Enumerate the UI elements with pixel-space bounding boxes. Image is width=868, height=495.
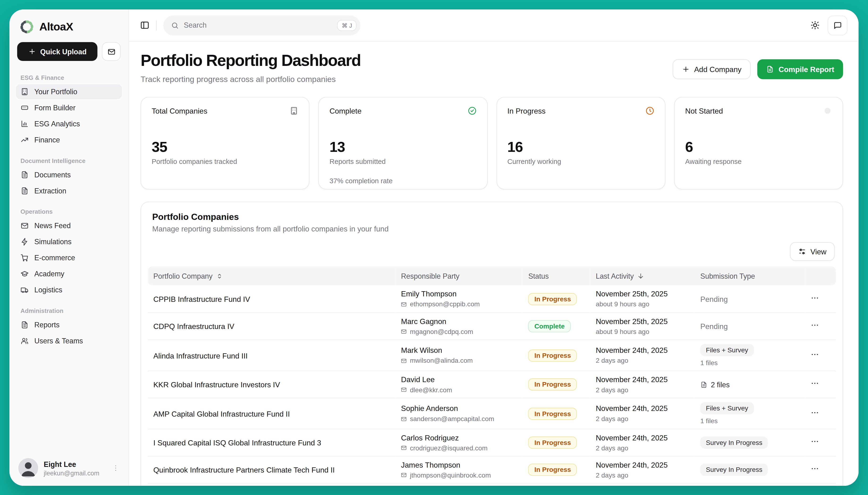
user-name: Eight Lee	[44, 460, 99, 468]
chat-bubble-icon	[833, 21, 842, 30]
activity-date: November 24th, 2025	[596, 375, 689, 383]
row-actions-icon[interactable]	[811, 464, 819, 473]
user-profile[interactable]: Eight Lee jleekun@gmail.com	[16, 455, 122, 479]
app-title: AltoaX	[39, 20, 73, 33]
users-icon	[20, 337, 29, 345]
progress-caption: 37% completion rate	[330, 177, 476, 185]
sidebar-item-your-portfolio[interactable]: Your Portfolio	[16, 84, 122, 99]
stat-card-not-started: Not Started 6 Awaiting response	[674, 97, 843, 189]
activity-relative: 2 days ago	[596, 444, 689, 452]
stat-value: 6	[685, 138, 832, 156]
search-input[interactable]	[184, 21, 332, 29]
party-email: mgagnon@cdpq.com	[410, 327, 473, 335]
sidebar-item-news-feed[interactable]: News Feed	[16, 218, 122, 233]
zap-icon	[20, 238, 29, 246]
row-actions-icon[interactable]	[811, 293, 819, 302]
column-header-submission-type: Submission Type	[695, 267, 805, 285]
stat-caption: Portfolio companies tracked	[152, 158, 299, 166]
company-name: CDPQ Infraestructura IV	[154, 322, 234, 331]
search-shortcut-badge: ⌘ J	[337, 20, 356, 31]
brand: AltoaX	[16, 17, 122, 42]
row-actions-icon[interactable]	[811, 379, 819, 388]
sidebar-item-label: ESG Analytics	[34, 120, 80, 128]
row-actions-icon[interactable]	[811, 321, 819, 330]
sidebar-item-documents[interactable]: Documents	[16, 167, 122, 182]
page-subtitle: Track reporting progress across all port…	[141, 75, 361, 84]
sidebar-item-users-teams[interactable]: Users & Teams	[16, 334, 122, 348]
arrow-down-icon[interactable]	[637, 272, 644, 279]
search-icon	[171, 21, 179, 29]
form-input-icon	[20, 104, 29, 112]
view-button[interactable]: View	[790, 242, 835, 261]
sidebar-item-label: News Feed	[34, 222, 71, 230]
company-name: CPPIB Infrastructure Fund IV	[154, 295, 250, 303]
chat-button[interactable]	[828, 15, 848, 35]
party-name: Mark Wilson	[401, 346, 517, 355]
sidebar-item-label: Finance	[34, 136, 60, 144]
table-row: Quinbrook Infrastructure Partners Climat…	[148, 456, 836, 483]
stat-card-total-companies: Total Companies 35 Portfolio companies t…	[141, 97, 309, 189]
activity-relative: 2 days ago	[596, 471, 689, 479]
sidebar-item-academy[interactable]: Academy	[16, 267, 122, 281]
check-circle-icon	[467, 106, 477, 115]
party-name: Sophie Anderson	[401, 404, 517, 413]
submission-type-badge: Files + Survey	[701, 344, 754, 356]
stat-caption: Reports submitted	[330, 158, 476, 166]
sidebar-toggle-icon[interactable]	[140, 20, 149, 30]
table-row: Copenhagen Infrastructure Partners VI La…	[148, 483, 836, 486]
table-row: CDPQ Infraestructura IV Marc Gagnon mgag…	[148, 312, 836, 340]
sidebar-item-simulations[interactable]: Simulations	[16, 234, 122, 249]
stat-label: Total Companies	[152, 107, 208, 115]
activity-date: November 25th, 2025	[596, 290, 689, 298]
mail-icon	[107, 48, 116, 56]
row-actions-icon[interactable]	[811, 408, 819, 417]
plus-icon	[28, 48, 36, 55]
sidebar-item-finance[interactable]: Finance	[16, 133, 122, 147]
column-header-status: Status	[523, 267, 590, 285]
sidebar-item-reports[interactable]: Reports	[16, 318, 122, 332]
add-company-button[interactable]: Add Company	[673, 59, 751, 79]
compile-report-label: Compile Report	[779, 65, 834, 73]
add-company-label: Add Company	[694, 65, 742, 73]
mail-icon	[401, 472, 407, 478]
party-name: David Lee	[401, 375, 517, 383]
activity-date: November 24th, 2025	[596, 461, 689, 469]
sidebar-item-label: Reports	[34, 321, 59, 329]
theme-sun-icon[interactable]	[811, 20, 820, 30]
file-text-icon	[766, 65, 774, 73]
sidebar-item-ecommerce[interactable]: E-commerce	[16, 250, 122, 265]
submission-file-count: 1 files	[701, 359, 800, 367]
party-name: Emily Thompson	[401, 290, 517, 298]
ellipsis-vertical-icon[interactable]	[112, 464, 120, 472]
party-email: ethompson@cppib.com	[410, 300, 480, 308]
party-email: sanderson@ampcapital.com	[410, 415, 494, 423]
stat-label: Not Started	[685, 107, 723, 115]
mail-icon	[401, 301, 407, 307]
truck-icon	[20, 286, 29, 294]
app-window: AltoaX Quick Upload ESG & Finance Your P…	[10, 10, 858, 486]
party-name: James Thompson	[401, 461, 517, 469]
altoax-logo-icon	[19, 19, 34, 34]
sort-chevrons-icon[interactable]	[216, 272, 223, 279]
stat-card-complete: Complete 13 Reports submitted 37% comple…	[318, 97, 487, 189]
submission-type-badge: Survey In Progress	[701, 437, 768, 449]
sidebar-item-logistics[interactable]: Logistics	[16, 283, 122, 297]
company-name: AMP Capital Global Infrastructure Fund I…	[154, 410, 290, 418]
mail-icon	[401, 358, 407, 364]
quick-upload-button[interactable]: Quick Upload	[17, 42, 98, 61]
status-badge: Complete	[528, 320, 571, 332]
party-name: Marc Gagnon	[401, 317, 517, 325]
inbox-mail-button[interactable]	[102, 42, 121, 61]
file-icon	[701, 381, 708, 388]
sidebar-item-form-builder[interactable]: Form Builder	[16, 100, 122, 115]
table-row: CPPIB Infrastructure Fund IV Emily Thomp…	[148, 285, 836, 312]
sidebar: AltoaX Quick Upload ESG & Finance Your P…	[10, 10, 129, 486]
row-actions-icon[interactable]	[811, 350, 819, 359]
sidebar-item-esg-analytics[interactable]: ESG Analytics	[16, 116, 122, 131]
search-bar[interactable]: ⌘ J	[163, 15, 360, 35]
compile-report-button[interactable]: Compile Report	[758, 59, 843, 79]
sidebar-item-extraction[interactable]: Extraction	[16, 183, 122, 198]
row-actions-icon[interactable]	[811, 437, 819, 446]
desktop-frame: AltoaX Quick Upload ESG & Finance Your P…	[0, 0, 868, 495]
status-badge: In Progress	[528, 349, 577, 362]
